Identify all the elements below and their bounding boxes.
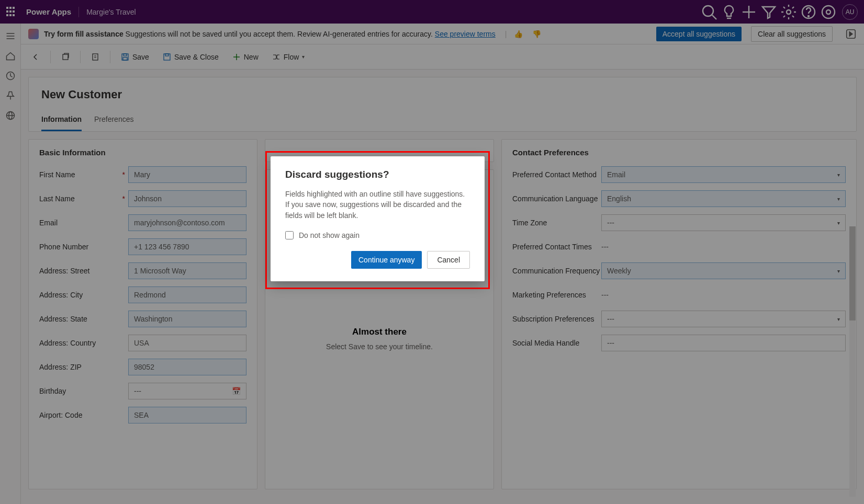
do-not-show-checkbox[interactable]: Do not show again <box>285 231 470 239</box>
checkbox-input[interactable] <box>285 231 294 239</box>
discard-suggestions-dialog: Discard suggestions? Fields highlighted … <box>271 156 485 281</box>
checkbox-label: Do not show again <box>299 231 360 239</box>
cancel-button[interactable]: Cancel <box>427 251 470 269</box>
dialog-highlight-box: Discard suggestions? Fields highlighted … <box>265 151 490 289</box>
continue-anyway-button[interactable]: Continue anyway <box>351 251 422 269</box>
dialog-title: Discard suggestions? <box>285 169 470 180</box>
dialog-body: Fields highlighted with an outline still… <box>285 189 470 221</box>
